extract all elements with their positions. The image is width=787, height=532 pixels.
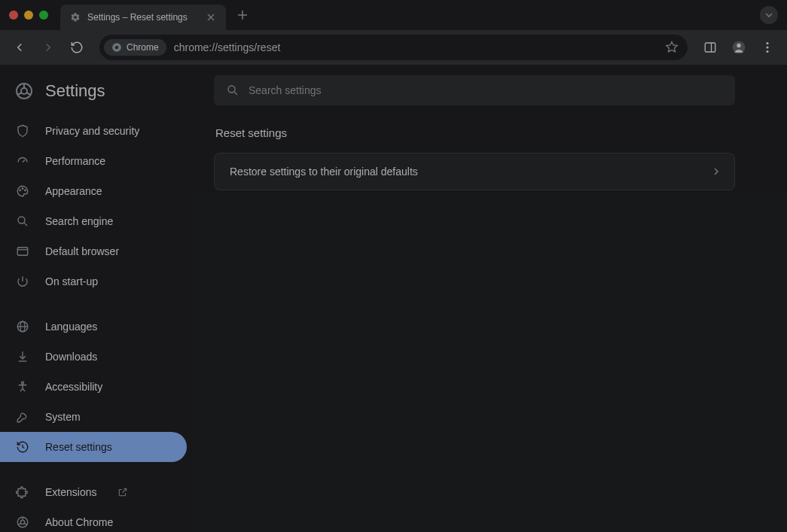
external-link-icon xyxy=(117,487,128,497)
search-icon xyxy=(15,214,30,229)
sidebar-item-system[interactable]: System xyxy=(0,402,187,432)
chrome-icon xyxy=(15,515,30,530)
sidebar-item-on-startup[interactable]: On start-up xyxy=(0,266,187,296)
back-button[interactable] xyxy=(8,35,32,59)
svg-line-34 xyxy=(24,523,26,524)
nav-label: Privacy and security xyxy=(45,125,139,137)
nav-section-2: Languages Downloads Accessibility System… xyxy=(0,312,193,462)
svg-point-36 xyxy=(228,86,235,93)
section-title: Reset settings xyxy=(214,126,757,139)
traffic-lights xyxy=(9,11,48,20)
sidebar-item-languages[interactable]: Languages xyxy=(0,312,187,342)
sidebar-item-about-chrome[interactable]: About Chrome xyxy=(0,507,187,532)
settings-content: Settings Privacy and security Performanc… xyxy=(0,65,787,532)
browser-tab[interactable]: Settings – Reset settings xyxy=(60,5,226,30)
nav-label: Extensions xyxy=(45,486,96,498)
search-icon xyxy=(226,84,239,97)
new-tab-button[interactable] xyxy=(232,5,253,26)
window-close-button[interactable] xyxy=(9,11,18,20)
sidebar-item-extensions[interactable]: Extensions xyxy=(0,477,187,507)
svg-rect-6 xyxy=(705,43,715,52)
nav-section-3: Extensions About Chrome xyxy=(0,477,193,532)
sidebar-item-privacy[interactable]: Privacy and security xyxy=(0,116,187,146)
bookmark-star-icon[interactable] xyxy=(665,41,679,54)
browser-icon xyxy=(15,244,30,259)
svg-line-37 xyxy=(234,92,237,95)
address-bar[interactable]: Chrome chrome://settings/reset xyxy=(99,35,688,60)
nav-label: Languages xyxy=(45,321,97,333)
svg-point-9 xyxy=(737,44,740,47)
sidebar-item-downloads[interactable]: Downloads xyxy=(0,342,187,372)
nav-label: On start-up xyxy=(45,275,98,287)
speedometer-icon xyxy=(15,154,30,169)
settings-search-input[interactable] xyxy=(249,84,723,96)
nav-label: Downloads xyxy=(45,351,97,363)
svg-point-30 xyxy=(22,382,24,384)
nav-label: Search engine xyxy=(45,215,113,227)
tab-close-button[interactable] xyxy=(205,11,217,23)
nav-label: Default browser xyxy=(45,245,119,257)
svg-point-20 xyxy=(22,188,23,190)
chrome-icon xyxy=(111,42,122,53)
svg-line-18 xyxy=(23,160,25,163)
svg-point-22 xyxy=(18,217,25,223)
sidebar-item-accessibility[interactable]: Accessibility xyxy=(0,372,187,402)
svg-point-11 xyxy=(766,46,768,48)
svg-point-19 xyxy=(20,190,21,191)
settings-sidebar: Settings Privacy and security Performanc… xyxy=(0,65,193,532)
svg-point-12 xyxy=(766,50,768,53)
settings-search[interactable] xyxy=(214,75,735,105)
sidebar-item-performance[interactable]: Performance xyxy=(0,146,187,176)
profile-button[interactable] xyxy=(727,35,751,59)
download-icon xyxy=(15,349,30,364)
accessibility-icon xyxy=(15,379,30,394)
svg-line-17 xyxy=(18,93,23,95)
browser-toolbar: Chrome chrome://settings/reset xyxy=(0,30,787,65)
tab-strip: Settings – Reset settings xyxy=(0,0,787,30)
gear-icon xyxy=(69,11,81,23)
tab-title: Settings – Reset settings xyxy=(87,12,199,23)
row-label: Restore settings to their original defau… xyxy=(230,166,418,178)
reload-button[interactable] xyxy=(65,35,89,59)
globe-icon xyxy=(15,319,30,334)
wrench-icon xyxy=(15,409,30,424)
sidebar-item-search-engine[interactable]: Search engine xyxy=(0,206,187,236)
nav-label: Appearance xyxy=(45,185,102,197)
reset-settings-card: Restore settings to their original defau… xyxy=(214,153,735,190)
forward-button[interactable] xyxy=(36,35,60,59)
chevron-right-icon xyxy=(713,168,719,175)
chrome-logo-icon xyxy=(15,82,33,100)
sidebar-item-default-browser[interactable]: Default browser xyxy=(0,236,187,266)
sidebar-item-reset-settings[interactable]: Reset settings xyxy=(0,432,187,462)
restore-defaults-row[interactable]: Restore settings to their original defau… xyxy=(215,154,734,190)
side-panel-button[interactable] xyxy=(698,35,722,59)
svg-line-16 xyxy=(26,93,31,95)
window-maximize-button[interactable] xyxy=(39,11,48,20)
site-chip-label: Chrome xyxy=(127,42,159,53)
svg-point-5 xyxy=(115,46,119,50)
palette-icon xyxy=(15,184,30,199)
settings-main-panel: Reset settings Restore settings to their… xyxy=(193,65,787,532)
settings-title: Settings xyxy=(45,81,105,101)
sidebar-header: Settings xyxy=(0,75,193,116)
tabs-dropdown-button[interactable] xyxy=(760,6,778,24)
nav-section-1: Privacy and security Performance Appeara… xyxy=(0,116,193,296)
shield-icon xyxy=(15,123,30,138)
window-minimize-button[interactable] xyxy=(24,11,33,20)
sidebar-item-appearance[interactable]: Appearance xyxy=(0,176,187,206)
svg-line-35 xyxy=(18,523,20,524)
nav-label: Accessibility xyxy=(45,381,102,393)
svg-rect-24 xyxy=(17,248,28,256)
url-text: chrome://settings/reset xyxy=(174,41,281,53)
site-chip[interactable]: Chrome xyxy=(104,39,166,56)
nav-label: Reset settings xyxy=(45,441,112,453)
nav-label: About Chrome xyxy=(45,516,113,528)
power-icon xyxy=(15,274,30,289)
svg-point-21 xyxy=(25,190,26,191)
menu-button[interactable] xyxy=(755,35,779,59)
nav-label: Performance xyxy=(45,155,105,167)
nav-label: System xyxy=(45,411,81,423)
svg-point-32 xyxy=(20,520,24,524)
history-icon xyxy=(15,439,30,454)
extension-icon xyxy=(15,485,30,500)
